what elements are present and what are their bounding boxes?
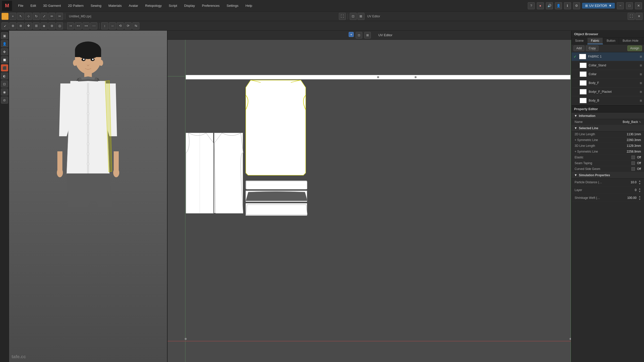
tool2-12[interactable]: ⋯ — [90, 22, 97, 29]
uv-canvas[interactable] — [168, 40, 571, 362]
sl-elastic-toggle[interactable] — [631, 156, 635, 159]
uv-expand[interactable]: ⛶ — [628, 13, 635, 20]
menu-file[interactable]: File — [15, 2, 27, 9]
tool-scale[interactable]: ⤢ — [41, 13, 48, 20]
user-button[interactable]: 👤 — [555, 2, 562, 9]
maximize-button[interactable]: □ — [626, 2, 633, 9]
sound-button[interactable]: 🔊 — [546, 2, 553, 9]
info-name-edit-icon[interactable]: ✎ — [639, 121, 641, 123]
info-button[interactable]: ℹ — [564, 2, 571, 9]
fabric-item-3[interactable]: Body_F ⊞ — [572, 79, 644, 87]
sb-icon-1[interactable]: ▣ — [1, 32, 8, 39]
menu-script[interactable]: Script — [165, 2, 181, 9]
tool2-10[interactable]: ⊷ — [75, 22, 82, 29]
tool-draw[interactable]: ✏ — [48, 13, 55, 20]
menu-help[interactable]: Help — [242, 2, 256, 9]
info-section-header[interactable]: ▼ Information — [572, 113, 644, 119]
sl-seam-taping-toggle[interactable] — [631, 161, 635, 165]
pattern-body-front-right[interactable] — [214, 133, 243, 213]
3d-view[interactable]: tafe.cc — [9, 31, 168, 362]
help-button[interactable]: ? — [528, 2, 535, 9]
minimize-button[interactable]: − — [617, 2, 624, 9]
tool2-16[interactable]: ⟳ — [125, 22, 132, 29]
menu-display[interactable]: Display — [181, 2, 198, 9]
sim-shrinkage-stepper[interactable]: ▲▼ — [638, 195, 641, 201]
tool2-17[interactable]: ⇆ — [132, 22, 139, 29]
tool2-14[interactable]: ↔ — [109, 22, 116, 29]
sl-curved-toggle[interactable] — [631, 167, 635, 171]
tool2-3[interactable]: ⊗ — [17, 22, 24, 29]
menu-settings[interactable]: Settings — [223, 2, 242, 9]
uv-sync-btn[interactable]: ● — [349, 32, 354, 37]
tool2-2[interactable]: ⊕ — [9, 22, 16, 29]
sb-icon-6[interactable]: ◐ — [1, 72, 8, 79]
tool2-13[interactable]: ↕ — [101, 22, 108, 29]
sim-particle-stepper[interactable]: ▲▼ — [638, 179, 641, 185]
menu-3dgarment[interactable]: 3D Garment — [39, 2, 64, 9]
menu-sewing[interactable]: Sewing — [87, 2, 105, 9]
fabric-menu-icon-5[interactable]: ⊞ — [640, 99, 642, 102]
sb-icon-2[interactable]: 👤 — [1, 40, 8, 47]
pattern-body-back[interactable] — [246, 80, 306, 175]
tool2-6[interactable]: ◈ — [41, 22, 48, 29]
tool-import[interactable]: ↓ — [2, 13, 9, 20]
fabric-menu-icon-0[interactable]: ⊞ — [640, 55, 642, 58]
tool2-5[interactable]: ⊞ — [33, 22, 40, 29]
sb-icon-4[interactable]: 🔲 — [1, 56, 8, 63]
fabric-item-2[interactable]: Collar ⊞ — [572, 70, 644, 79]
menu-materials[interactable]: Materials — [105, 2, 125, 9]
tool2-11[interactable]: ⊶ — [83, 22, 90, 29]
sb-icon-3[interactable]: ✤ — [1, 48, 8, 55]
close-button[interactable]: ✕ — [635, 2, 642, 9]
selected-line-header[interactable]: ▼ Selected Line — [572, 125, 644, 131]
fabric-menu-icon-2[interactable]: ⊞ — [640, 73, 642, 76]
copy-fabric-button[interactable]: Copy — [586, 46, 598, 51]
tool2-15[interactable]: ⟲ — [117, 22, 124, 29]
tool2-9[interactable]: ⊸ — [67, 22, 74, 29]
add-fabric-button[interactable]: Add — [574, 46, 584, 51]
fabric-menu-icon-4[interactable]: ⊞ — [640, 90, 642, 94]
fabric-item-1[interactable]: Collar_Stand ⊞ — [572, 61, 644, 70]
sb-icon-7[interactable]: ⊡ — [1, 80, 8, 87]
uv-icon2[interactable]: ⊠ — [357, 13, 365, 20]
3d-viewport[interactable]: tafe.cc — [9, 31, 167, 362]
menu-2dpattern[interactable]: 2D Pattern — [64, 2, 87, 9]
menu-avatar[interactable]: Avatar — [125, 2, 142, 9]
fabric-menu-icon-3[interactable]: ⊞ — [640, 81, 642, 85]
tab-button-hole[interactable]: Button Hole — [619, 38, 642, 44]
tool-move[interactable]: ⊹ — [25, 13, 32, 20]
menu-edit[interactable]: Edit — [27, 2, 39, 9]
tool-rotate[interactable]: ↻ — [33, 13, 40, 20]
tab-scene[interactable]: Scene — [572, 38, 587, 44]
uv-tool2[interactable]: ⊠ — [364, 32, 371, 38]
fabric-item-4[interactable]: Bodyr_F_Placket ⊞ — [572, 87, 644, 96]
uv-icon1[interactable]: ⊡ — [350, 13, 357, 20]
record-button[interactable]: ● — [537, 2, 544, 9]
sim-props-header[interactable]: ▼ Simulation Properties — [572, 172, 644, 178]
tab-button[interactable]: Button — [603, 38, 619, 44]
tool-select[interactable]: ↖ — [17, 13, 24, 20]
menu-preferences[interactable]: Preferences — [198, 2, 223, 9]
sim-layer-stepper[interactable]: ▲▼ — [638, 187, 641, 193]
assign-fabric-button[interactable]: Assign — [627, 46, 642, 51]
tool2-7[interactable]: ⊛ — [48, 22, 55, 29]
fabric-menu-icon-1[interactable]: ⊞ — [640, 64, 642, 67]
tab-fabric[interactable]: Fabric — [587, 38, 603, 44]
settings-button[interactable]: ⚙ — [573, 2, 580, 9]
pattern-small-1[interactable] — [246, 203, 307, 216]
tool2-8[interactable]: ◎ — [56, 22, 63, 29]
tool2-1[interactable]: ↙ — [2, 22, 9, 29]
uv-tool1[interactable]: ⊡ — [356, 32, 362, 38]
tool-add[interactable]: + — [9, 13, 16, 20]
uv-editor-badge[interactable]: ⊞ UV EDITOR ▼ — [582, 3, 615, 9]
uv-editor-dropdown[interactable]: ▼ — [609, 4, 612, 8]
fabric-item-0[interactable]: ✓ FABRIC 1 ⊞ — [572, 52, 644, 61]
tool-fullscreen[interactable]: ⛶ — [339, 13, 346, 20]
sb-icon-5[interactable]: ⬛ — [1, 64, 8, 71]
fabric-item-5[interactable]: Body_B ⊞ — [572, 96, 644, 105]
pattern-body-front-left[interactable] — [186, 133, 213, 213]
uv-close[interactable]: ✕ — [635, 13, 642, 20]
tool2-4[interactable]: ✤ — [25, 22, 32, 29]
sb-icon-9[interactable]: ⊘ — [1, 97, 8, 104]
menu-retopology[interactable]: Retopology — [142, 2, 165, 9]
